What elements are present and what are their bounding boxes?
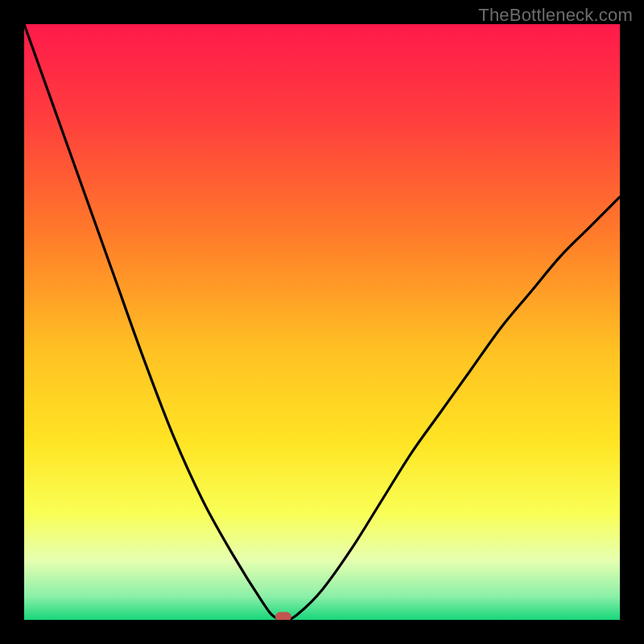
chart-frame: TheBottleneck.com <box>0 0 644 644</box>
chart-background <box>24 24 620 620</box>
bottleneck-chart <box>24 24 620 620</box>
optimum-marker <box>275 612 291 620</box>
watermark-text: TheBottleneck.com <box>478 5 633 26</box>
